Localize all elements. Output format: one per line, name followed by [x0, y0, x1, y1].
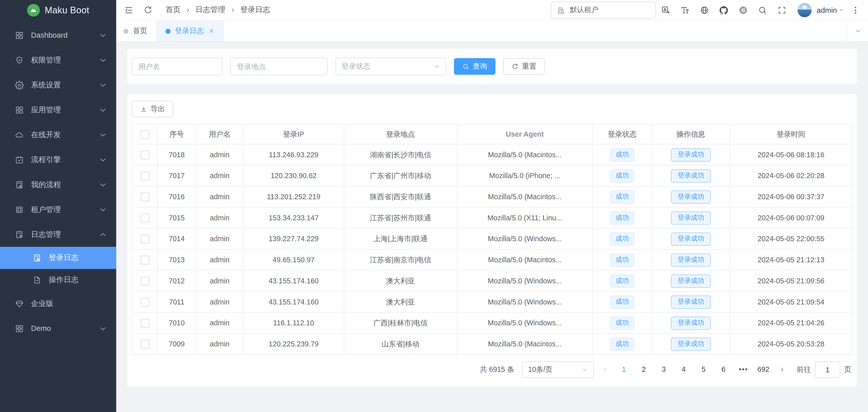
sidebar-item-permissions[interactable]: 权限管理 — [0, 47, 116, 72]
translate-icon[interactable] — [656, 5, 676, 14]
row-checkbox[interactable] — [140, 255, 149, 264]
cell-login-time: 2024-05-06 00:07:09 — [730, 207, 852, 228]
login-result-button[interactable]: 登录成功 — [671, 190, 711, 203]
login-result-button[interactable]: 登录成功 — [671, 232, 711, 246]
page-number-1[interactable]: 1 — [616, 362, 632, 378]
tab-list-dropdown[interactable] — [847, 21, 868, 42]
more-pages-icon[interactable]: ••• — [736, 362, 751, 378]
chevron-right-icon — [779, 366, 785, 373]
cell-id: 7017 — [158, 165, 196, 186]
sidebar-item-system-settings[interactable]: 系统设置 — [0, 73, 116, 97]
row-checkbox[interactable] — [140, 192, 149, 201]
cell-id: 7012 — [158, 270, 196, 291]
search-icon[interactable] — [753, 5, 772, 14]
row-checkbox[interactable] — [140, 277, 149, 285]
login-result-button[interactable]: 登录成功 — [671, 211, 711, 224]
page-number-3[interactable]: 3 — [656, 362, 672, 378]
tenant-select-value: 默认租户 — [570, 5, 599, 15]
cell-ip: 116.1.112.10 — [244, 312, 344, 334]
sidebar-item-dashboard[interactable]: Dashboard — [0, 23, 116, 47]
chevron-down-icon — [98, 105, 107, 114]
more-vertical-icon[interactable] — [844, 5, 861, 14]
chevron-down-icon — [855, 28, 861, 34]
calendar-check-icon — [15, 155, 24, 164]
cell-login-time: 2024-05-06 02:20:28 — [730, 165, 852, 186]
login-result-button[interactable]: 登录成功 — [671, 316, 711, 329]
row-checkbox[interactable] — [140, 319, 149, 327]
sidebar-item-log-management[interactable]: 日志管理 — [0, 222, 116, 247]
sidebar-collapse-icon[interactable] — [124, 5, 138, 14]
sidebar-item-my-workflow[interactable]: 我的流程 — [0, 172, 116, 197]
cell-username: admin — [196, 165, 243, 186]
table-row: 7016 admin 113.201.252.219 陕西省|西安市|联通 Mo… — [132, 186, 852, 207]
cell-id: 7016 — [158, 186, 196, 207]
avatar[interactable] — [797, 2, 812, 17]
breadcrumb-log-management[interactable]: 日志管理 — [195, 5, 225, 15]
login-result-button[interactable]: 登录成功 — [671, 253, 711, 266]
app-logo[interactable]: Maku Boot — [0, 0, 116, 20]
reset-button[interactable]: 重置 — [503, 58, 545, 74]
row-checkbox[interactable] — [140, 151, 149, 159]
goto-page-input[interactable] — [815, 361, 840, 378]
table-row: 7015 admin 153.34.233.147 江苏省|苏州市|联通 Moz… — [132, 207, 852, 228]
page-number-5[interactable]: 5 — [696, 362, 711, 378]
cell-ip: 120.225.239.79 — [244, 334, 344, 354]
close-icon[interactable] — [208, 28, 215, 34]
column-header-status: 登录状态 — [593, 124, 652, 144]
username-input[interactable] — [132, 58, 222, 75]
login-result-button[interactable]: 登录成功 — [671, 274, 711, 287]
row-checkbox[interactable] — [140, 214, 149, 222]
file-icon — [33, 276, 41, 284]
cell-location: 澳大利亚 — [344, 270, 457, 291]
login-result-button[interactable]: 登录成功 — [671, 295, 711, 309]
sidebar-item-operation-log[interactable]: 操作日志 — [0, 269, 116, 291]
row-checkbox[interactable] — [140, 171, 149, 180]
login-status-select[interactable]: 登录状态 — [336, 58, 446, 75]
breadcrumb-home[interactable]: 首页 — [165, 5, 180, 15]
fullscreen-icon[interactable] — [772, 5, 792, 14]
font-size-icon[interactable] — [676, 5, 695, 14]
page-number-6[interactable]: 6 — [716, 362, 731, 378]
chevron-down-icon[interactable] — [839, 7, 844, 13]
tab-label: 登录日志 — [175, 26, 204, 36]
prev-page-button[interactable] — [598, 366, 612, 373]
sidebar-item-enterprise[interactable]: 企业版 — [0, 291, 116, 316]
row-checkbox[interactable] — [140, 340, 149, 348]
login-result-button[interactable]: 登录成功 — [671, 338, 711, 351]
sidebar-item-demo[interactable]: Demo — [0, 316, 116, 341]
login-result-button[interactable]: 登录成功 — [671, 148, 711, 161]
table-row: 7011 admin 43.155.174.160 澳大利亚 Mozilla/5… — [132, 291, 852, 313]
page-number-last[interactable]: 692 — [756, 362, 771, 378]
search-panel: 登录状态 查询 重置 — [127, 49, 857, 84]
tab-login-log[interactable]: 登录日志 — [157, 21, 224, 42]
query-button[interactable]: 查询 — [454, 58, 495, 74]
refresh-icon[interactable] — [138, 5, 158, 14]
chevron-down-icon — [98, 155, 107, 164]
page-number-2[interactable]: 2 — [636, 362, 652, 378]
sidebar-item-online-dev[interactable]: 在线开发 — [0, 122, 116, 147]
login-location-input[interactable] — [230, 58, 328, 75]
row-checkbox[interactable] — [140, 298, 149, 307]
gitee-icon[interactable] — [734, 5, 753, 14]
tenant-select[interactable]: 默认租户 — [551, 1, 656, 19]
sidebar-menu: Dashboard 权限管理 系统设置 应用管理 在线开发 — [0, 20, 116, 412]
sidebar-item-tenant-management[interactable]: 租户管理 — [0, 197, 116, 222]
cell-login-time: 2024-05-05 20:53:28 — [730, 334, 852, 354]
sidebar-item-app-management[interactable]: 应用管理 — [0, 97, 116, 122]
sidebar-item-login-log[interactable]: 登录日志 — [0, 247, 116, 269]
login-result-button[interactable]: 登录成功 — [671, 169, 711, 182]
next-page-button[interactable] — [776, 366, 789, 373]
sidebar-item-label: 在线开发 — [31, 130, 91, 140]
page-number-4[interactable]: 4 — [676, 362, 691, 378]
login-status-placeholder: 登录状态 — [342, 62, 434, 72]
row-checkbox[interactable] — [140, 235, 149, 244]
globe-icon[interactable] — [695, 5, 714, 14]
select-all-checkbox[interactable] — [140, 130, 149, 139]
tab-home[interactable]: 首页 — [116, 21, 157, 42]
github-icon[interactable] — [714, 5, 734, 14]
page-size-select[interactable]: 10条/页 — [522, 361, 594, 378]
username[interactable]: admin — [817, 6, 837, 14]
export-button[interactable]: 导出 — [132, 101, 173, 117]
sidebar-item-workflow-engine[interactable]: 流程引擎 — [0, 147, 116, 172]
cell-login-time: 2024-05-06 08:18:16 — [730, 144, 852, 165]
